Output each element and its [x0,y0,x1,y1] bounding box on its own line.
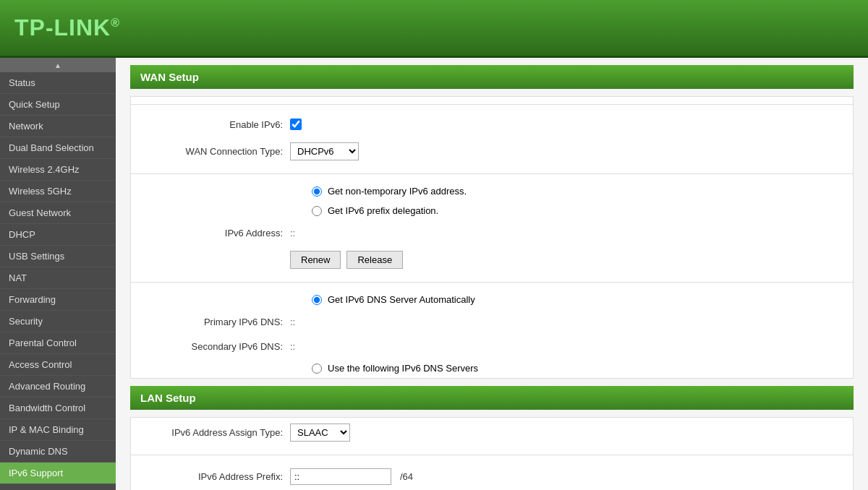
wan-connection-type-row: WAN Connection Type: DHCPv6 PPPoEv6 Stat… [131,137,853,166]
renew-button[interactable]: Renew [290,251,341,269]
sidebar-item-parental-control[interactable]: Parental Control [0,332,116,354]
sidebar-item-usb-settings[interactable]: USB Settings [0,246,116,267]
ipv6-address-label: IPv6 Address: [145,228,290,238]
sidebar-item-dynamic-dns[interactable]: Dynamic DNS [0,441,116,463]
radio-dns-manual[interactable] [312,364,322,374]
enable-ipv6-value [290,119,838,130]
logo-text: TP-LINK [14,14,111,40]
sidebar-item-dual-band[interactable]: Dual Band Selection [0,137,116,159]
wan-setup-header: WAN Setup [130,65,854,89]
enable-ipv6-checkbox[interactable] [290,119,302,130]
assign-type-value: SLAAC DHCPv6 RADVD [290,424,838,442]
sidebar-item-guest-network[interactable]: Guest Network [0,202,116,224]
wan-connection-type-value: DHCPv6 PPPoEv6 Static IPv6 [290,142,838,160]
primary-dns-label: Primary IPv6 DNS: [145,317,290,327]
radio-dns-manual-label: Use the following IPv6 DNS Servers [328,363,478,374]
sidebar-item-wireless-24[interactable]: Wireless 2.4GHz [0,159,116,181]
release-button[interactable]: Release [346,251,403,269]
secondary-dns-value: :: [290,341,838,352]
renew-release-row: Renew Release [131,245,853,275]
wan-setup-title: WAN Setup [140,71,199,83]
radio-prefix-delegation-row: Get IPv6 prefix delegation. [131,201,853,220]
page-header: TP-LINK® [0,0,868,58]
radio-dns-auto-row: Get IPv6 DNS Server Automatically [131,290,853,309]
prefix-input[interactable] [290,468,391,485]
renew-release-buttons: Renew Release [290,251,838,269]
sidebar-item-network[interactable]: Network [0,116,116,137]
radio-prefix-delegation[interactable] [312,206,322,216]
sidebar-item-status[interactable]: Status [0,72,116,94]
lan-setup-title: LAN Setup [140,392,196,404]
sidebar-item-quick-setup[interactable]: Quick Setup [0,94,116,116]
sidebar-scroll-up[interactable]: ▲ [0,58,116,72]
prefix-value: /64 [290,468,838,485]
ipv6-address-text: :: [290,228,295,238]
ipv6-address-row: IPv6 Address: :: [131,220,853,245]
assign-type-row: IPv6 Address Assign Type: SLAAC DHCPv6 R… [131,418,853,447]
secondary-dns-text: :: [290,341,295,352]
radio-dns-manual-row: Use the following IPv6 DNS Servers [131,358,853,378]
lan-setup-header: LAN Setup [130,386,854,410]
sidebar: ▲ Status Quick Setup Network Dual Band S… [0,58,116,490]
sidebar-item-forwarding[interactable]: Forwarding [0,289,116,311]
primary-dns-text: :: [290,317,295,327]
sidebar-item-wireless-5[interactable]: Wireless 5GHz [0,181,116,202]
prefix-row: IPv6 Address Prefix: /64 [131,463,853,490]
lan-form-section: IPv6 Address Assign Type: SLAAC DHCPv6 R… [130,417,854,490]
sidebar-item-security[interactable]: Security [0,311,116,332]
primary-dns-row: Primary IPv6 DNS: :: [131,309,853,334]
content-area: WAN Setup Enable IPv6: WAN Connection Ty… [116,58,868,490]
main-container: ▲ Status Quick Setup Network Dual Band S… [0,58,868,490]
enable-ipv6-label: Enable IPv6: [145,119,290,130]
sidebar-item-advanced-routing[interactable]: Advanced Routing [0,376,116,397]
sidebar-item-access-control[interactable]: Access Control [0,354,116,376]
wan-form-section: Enable IPv6: WAN Connection Type: DHCPv6… [130,96,854,379]
secondary-dns-label: Secondary IPv6 DNS: [145,341,290,352]
primary-dns-value: :: [290,317,838,327]
ipv6-address-value: :: [290,228,838,238]
radio-non-temporary[interactable] [312,186,322,197]
assign-type-select[interactable]: SLAAC DHCPv6 RADVD [290,424,350,442]
logo-reg: ® [111,17,120,29]
sidebar-item-dhcp[interactable]: DHCP [0,224,116,246]
sidebar-item-nat[interactable]: NAT [0,267,116,289]
secondary-dns-row: Secondary IPv6 DNS: :: [131,334,853,358]
logo: TP-LINK® [14,14,120,41]
wan-connection-type-label: WAN Connection Type: [145,146,290,157]
prefix-suffix: /64 [400,471,413,482]
radio-prefix-delegation-label: Get IPv6 prefix delegation. [328,205,438,216]
radio-dns-auto[interactable] [312,295,322,305]
assign-type-label: IPv6 Address Assign Type: [145,427,290,438]
sidebar-item-ip-mac-binding[interactable]: IP & MAC Binding [0,419,116,441]
radio-dns-auto-label: Get IPv6 DNS Server Automatically [328,294,475,305]
prefix-label: IPv6 Address Prefix: [145,471,290,482]
sidebar-item-bandwidth-control[interactable]: Bandwidth Control [0,397,116,419]
radio-non-temporary-row: Get non-temporary IPv6 address. [131,181,853,201]
sidebar-item-ipv6-status[interactable]: - IPv6 Status [0,484,116,490]
enable-ipv6-row: Enable IPv6: [131,112,853,137]
wan-connection-type-select[interactable]: DHCPv6 PPPoEv6 Static IPv6 [290,142,359,160]
radio-non-temporary-label: Get non-temporary IPv6 address. [328,186,467,197]
sidebar-item-ipv6-support[interactable]: IPv6 Support [0,463,116,484]
